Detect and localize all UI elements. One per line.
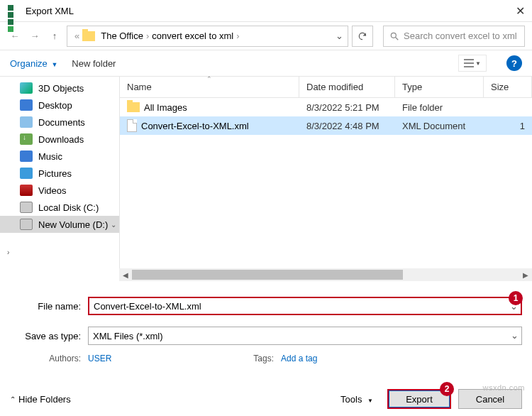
scroll-thumb[interactable]	[132, 270, 403, 280]
file-date: 8/3/2022 5:21 PM	[299, 102, 395, 113]
export-button[interactable]: Export 2	[387, 389, 451, 409]
savetype-label: Save as type:	[10, 331, 81, 341]
scroll-left-icon[interactable]: ◀	[119, 268, 132, 281]
sidebar-item-label: New Volume (D:)	[38, 219, 108, 230]
chevron-right-icon: ›	[146, 31, 149, 41]
file-name: Convert-Excel-to-XML.xml	[141, 121, 249, 131]
scroll-right-icon[interactable]: ▶	[519, 268, 532, 281]
breadcrumb[interactable]: convert excel to xml	[152, 31, 233, 41]
breadcrumb[interactable]: The Office	[101, 31, 143, 41]
meta-row: Authors: USER Tags: Add a tag	[0, 351, 532, 363]
hide-folders-label: Hide Folders	[18, 394, 71, 405]
sidebar-item-label: Desktop	[38, 100, 72, 111]
column-date[interactable]: Date modified	[299, 77, 395, 97]
toolbar: Organize ▼ New folder ▼ ?	[0, 50, 532, 77]
sort-caret-icon: ⌃	[206, 75, 212, 82]
filename-input[interactable]: Convert-Excel-to-XML.xml ⌄ 1	[88, 297, 522, 315]
up-button[interactable]: ↑	[47, 28, 62, 44]
callout-badge-2: 2	[440, 382, 454, 396]
new-folder-button[interactable]: New folder	[72, 58, 116, 69]
svg-point-0	[391, 33, 396, 38]
refresh-button[interactable]	[352, 26, 373, 47]
callout-badge-1: 1	[509, 291, 523, 305]
sidebar-item-label: Music	[38, 151, 62, 162]
search-placeholder: Search convert excel to xml	[404, 31, 517, 41]
svg-rect-3	[464, 62, 474, 64]
filename-value: Convert-Excel-to-XML.xml	[94, 301, 201, 312]
sidebar-item-desktop[interactable]: Desktop	[0, 97, 119, 114]
organize-menu[interactable]: Organize ▼	[10, 58, 57, 69]
disk-icon	[20, 202, 33, 213]
file-row[interactable]: All Images 8/3/2022 5:21 PM File folder	[120, 98, 532, 116]
horizontal-scrollbar[interactable]: ◀ ▶	[119, 268, 532, 281]
address-bar[interactable]: « The Office › convert excel to xml › ⌄	[67, 26, 348, 47]
videos-icon	[20, 185, 33, 196]
cancel-label: Cancel	[476, 394, 504, 405]
tags-label: Tags:	[253, 354, 274, 363]
authors-label: Authors:	[10, 354, 81, 363]
chevron-left-icon: «	[74, 31, 79, 41]
sidebar-item-videos[interactable]: Videos	[0, 182, 119, 199]
file-type: File folder	[395, 102, 484, 113]
organize-label: Organize	[10, 58, 48, 69]
tools-label: Tools	[340, 394, 362, 405]
filename-row: File name: Convert-Excel-to-XML.xml ⌄ 1	[0, 291, 532, 321]
sidebar-item-label: Videos	[38, 185, 67, 196]
column-size[interactable]: Size	[484, 77, 532, 97]
desktop-icon	[20, 99, 33, 111]
chevron-down-icon: ⌄	[111, 221, 116, 229]
svg-line-1	[396, 37, 399, 40]
view-options-button[interactable]: ▼	[458, 55, 487, 72]
help-button[interactable]: ?	[506, 55, 522, 71]
scroll-track[interactable]	[132, 268, 519, 281]
excel-icon	[7, 4, 20, 17]
savetype-value: XML Files (*.xml)	[93, 331, 162, 341]
cancel-button[interactable]: Cancel	[458, 389, 522, 409]
forward-button: →	[27, 28, 43, 44]
chevron-right-icon[interactable]: ›	[7, 248, 9, 264]
file-icon	[127, 119, 137, 132]
hide-folders-button[interactable]: ⌃ Hide Folders	[10, 394, 71, 405]
close-icon[interactable]: ✕	[516, 4, 525, 18]
titlebar: Export XML ✕	[0, 0, 532, 21]
caret-down-icon: ▼	[475, 60, 481, 67]
sidebar-item-documents[interactable]: Documents	[0, 114, 119, 131]
back-button[interactable]: ←	[7, 28, 23, 44]
column-name[interactable]: Name⌃	[120, 77, 299, 97]
file-row-selected[interactable]: Convert-Excel-to-XML.xml 8/3/2022 4:48 P…	[120, 116, 532, 135]
sidebar-item-new-volume[interactable]: New Volume (D:) ⌄	[0, 216, 119, 233]
sidebar-item-pictures[interactable]: Pictures	[0, 165, 119, 182]
main-area: 3D Objects Desktop Documents Downloads M…	[0, 77, 532, 268]
tags-value[interactable]: Add a tag	[281, 354, 317, 363]
search-icon	[389, 31, 399, 41]
nav-row: ← → ↑ « The Office › convert excel to xm…	[0, 21, 532, 50]
file-size: 1	[484, 121, 532, 131]
authors-value[interactable]: USER	[88, 354, 111, 363]
sidebar-item-local-disk[interactable]: Local Disk (C:)	[0, 199, 119, 216]
sidebar-item-music[interactable]: Music	[0, 148, 119, 165]
sidebar-item-3d-objects[interactable]: 3D Objects	[0, 80, 119, 97]
savetype-row: Save as type: XML Files (*.xml) ⌄	[0, 321, 532, 351]
dialog-title: Export XML	[26, 6, 516, 16]
folder-icon	[127, 102, 140, 112]
sidebar-item-label: 3D Objects	[38, 83, 84, 94]
file-date: 8/3/2022 4:48 PM	[299, 121, 395, 131]
refresh-icon	[358, 31, 367, 41]
sidebar-item-label: Documents	[38, 117, 85, 128]
sidebar-item-downloads[interactable]: Downloads	[0, 131, 119, 148]
chevron-down-icon[interactable]: ⌄	[511, 330, 519, 341]
sidebar-item-label: Local Disk (C:)	[38, 202, 99, 213]
folder-icon	[82, 31, 95, 41]
sidebar-item-label: Pictures	[38, 168, 72, 179]
column-type[interactable]: Type	[395, 77, 484, 97]
list-icon	[464, 59, 474, 67]
svg-rect-2	[464, 59, 474, 60]
search-input[interactable]: Search convert excel to xml	[383, 26, 525, 47]
tools-menu[interactable]: Tools ▼	[340, 394, 373, 405]
savetype-select[interactable]: XML Files (*.xml) ⌄	[88, 327, 522, 345]
documents-icon	[20, 116, 33, 128]
svg-rect-4	[464, 66, 474, 67]
chevron-up-icon: ⌃	[10, 395, 16, 403]
file-type: XML Document	[395, 121, 484, 131]
chevron-down-icon[interactable]: ⌄	[336, 31, 343, 41]
